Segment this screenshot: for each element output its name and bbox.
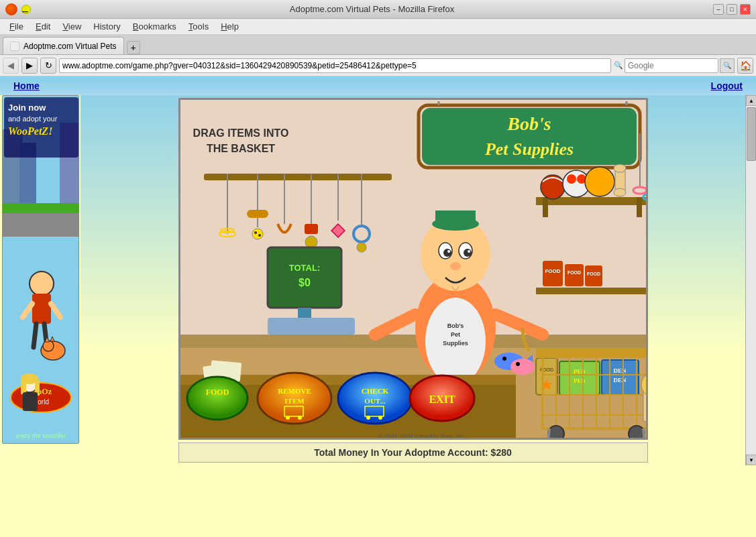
game-area: Bob's Pet Supplies DRAG ITEMS INTO THE B… bbox=[80, 95, 745, 465]
tab-favicon bbox=[10, 42, 19, 51]
title-bar: – Adoptme.com Virtual Pets - Mozilla Fir… bbox=[0, 0, 756, 19]
menu-history[interactable]: History bbox=[88, 20, 125, 33]
scroll-track bbox=[746, 106, 756, 455]
svg-rect-98 bbox=[565, 264, 584, 286]
svg-text:Bob's: Bob's bbox=[506, 113, 551, 134]
address-input[interactable] bbox=[59, 58, 611, 73]
svg-line-14 bbox=[34, 324, 36, 347]
close-window-button[interactable]: ✕ bbox=[740, 4, 751, 15]
home-link[interactable]: Home bbox=[13, 80, 40, 91]
svg-text:$0: $0 bbox=[299, 277, 311, 288]
back-button[interactable]: ◀ bbox=[3, 58, 19, 74]
svg-point-105 bbox=[510, 359, 535, 375]
page-nav: Home Logout bbox=[0, 76, 756, 95]
svg-rect-11 bbox=[32, 294, 51, 324]
svg-text:DEN: DEN bbox=[613, 377, 627, 383]
scroll-down-button[interactable]: ▼ bbox=[746, 455, 756, 465]
page-content: Home Logout bbox=[0, 76, 756, 537]
svg-text:PEN: PEN bbox=[574, 368, 586, 375]
svg-rect-132 bbox=[536, 348, 648, 358]
svg-point-133 bbox=[548, 426, 564, 440]
menu-bar: File Edit View History Bookmarks Tools H… bbox=[0, 19, 756, 35]
svg-point-85 bbox=[567, 174, 576, 184]
svg-text:THE BASKET: THE BASKET bbox=[206, 143, 274, 154]
minimize-button[interactable]: – bbox=[21, 5, 31, 14]
svg-point-107 bbox=[516, 362, 520, 366]
scrollbar[interactable]: ▲ ▼ bbox=[745, 95, 756, 465]
svg-rect-40 bbox=[204, 174, 392, 180]
svg-point-48 bbox=[258, 234, 261, 237]
status-bar: Total Money In Your Adoptme Account: $28… bbox=[178, 442, 648, 463]
home-button[interactable]: 🏠 bbox=[737, 58, 753, 74]
svg-point-10 bbox=[30, 272, 54, 296]
restore-window-button[interactable]: □ bbox=[726, 4, 737, 15]
main-content: Join now and adopt your WooPetZ! bbox=[0, 95, 756, 465]
svg-point-145 bbox=[286, 416, 290, 420]
menu-help[interactable]: Help bbox=[215, 20, 244, 33]
svg-point-104 bbox=[502, 357, 506, 361]
svg-text:FOOD: FOOD bbox=[545, 268, 560, 274]
scroll-thumb[interactable] bbox=[747, 107, 756, 161]
svg-rect-4 bbox=[3, 210, 79, 237]
search-input[interactable] bbox=[625, 58, 718, 73]
svg-point-76 bbox=[468, 250, 470, 253]
reload-button[interactable]: ↻ bbox=[40, 58, 56, 74]
svg-point-89 bbox=[614, 164, 626, 172]
svg-point-75 bbox=[447, 250, 450, 253]
window-title: Adoptme.com Virtual Pets - Mozilla Firef… bbox=[31, 4, 713, 14]
tab-label: Adoptme.com Virtual Pets bbox=[23, 42, 117, 51]
menu-view[interactable]: View bbox=[57, 20, 87, 33]
tab-adoptme[interactable]: Adoptme.com Virtual Pets bbox=[3, 37, 124, 54]
svg-text:and adopt your: and adopt your bbox=[8, 115, 58, 123]
address-bar: ◀ ▶ ↻ 🔍 🔍 🏠 bbox=[0, 55, 756, 76]
menu-bookmarks[interactable]: Bookmarks bbox=[127, 20, 182, 33]
svg-point-134 bbox=[629, 426, 645, 440]
svg-rect-70 bbox=[435, 211, 476, 225]
svg-text:© 2001-2004 AdoptMe Toys, Inc.: © 2001-2004 AdoptMe Toys, Inc. bbox=[378, 433, 466, 440]
svg-point-52 bbox=[305, 236, 317, 248]
minimize-window-button[interactable]: – bbox=[713, 4, 724, 15]
svg-point-77 bbox=[450, 262, 461, 270]
svg-line-135 bbox=[548, 428, 549, 440]
svg-rect-27 bbox=[23, 392, 38, 411]
svg-text:CHECK: CHECK bbox=[361, 387, 388, 395]
menu-tools[interactable]: Tools bbox=[183, 20, 214, 33]
account-status: Total Money In Your Adoptme Account: $28… bbox=[314, 447, 512, 458]
menu-edit[interactable]: Edit bbox=[30, 20, 56, 33]
svg-rect-82 bbox=[637, 197, 642, 217]
svg-text:PEN: PEN bbox=[574, 377, 586, 384]
svg-point-151 bbox=[366, 416, 370, 420]
svg-point-47 bbox=[254, 231, 257, 234]
svg-point-152 bbox=[378, 416, 382, 420]
svg-rect-114 bbox=[536, 358, 557, 395]
svg-point-139 bbox=[187, 377, 248, 420]
svg-point-73 bbox=[443, 249, 451, 257]
new-tab-button[interactable]: + bbox=[127, 41, 140, 54]
svg-point-87 bbox=[585, 167, 614, 196]
logout-link[interactable]: Logout bbox=[711, 80, 743, 91]
window-controls: – □ ✕ bbox=[713, 4, 751, 15]
svg-point-46 bbox=[252, 229, 263, 239]
svg-point-74 bbox=[464, 249, 472, 257]
forward-button[interactable]: ▶ bbox=[21, 58, 38, 74]
svg-text:OUT...: OUT... bbox=[364, 397, 386, 405]
svg-point-90 bbox=[614, 188, 626, 196]
svg-rect-81 bbox=[543, 197, 548, 217]
svg-text:Supplies: Supplies bbox=[443, 340, 468, 347]
firefox-icon bbox=[5, 3, 17, 15]
ad-banner[interactable]: Join now and adopt your WooPetZ! bbox=[2, 95, 79, 444]
svg-text:REMOVE: REMOVE bbox=[278, 387, 311, 395]
menu-file[interactable]: File bbox=[4, 20, 29, 33]
scroll-up-button[interactable]: ▲ bbox=[746, 95, 756, 106]
svg-rect-95 bbox=[536, 288, 648, 294]
svg-point-83 bbox=[541, 175, 565, 199]
svg-text:ITEM: ITEM bbox=[284, 397, 305, 405]
svg-text:FOOD: FOOD bbox=[205, 387, 229, 397]
svg-rect-31 bbox=[180, 335, 648, 348]
search-button[interactable]: 🔍 bbox=[720, 58, 735, 73]
svg-text:DRAG ITEMS INTO: DRAG ITEMS INTO bbox=[193, 127, 288, 139]
sidebar: Join now and adopt your WooPetZ! bbox=[0, 95, 80, 465]
svg-line-136 bbox=[643, 428, 645, 440]
svg-point-57 bbox=[357, 243, 366, 252]
page-wrapper: Join now and adopt your WooPetZ! bbox=[0, 95, 756, 537]
